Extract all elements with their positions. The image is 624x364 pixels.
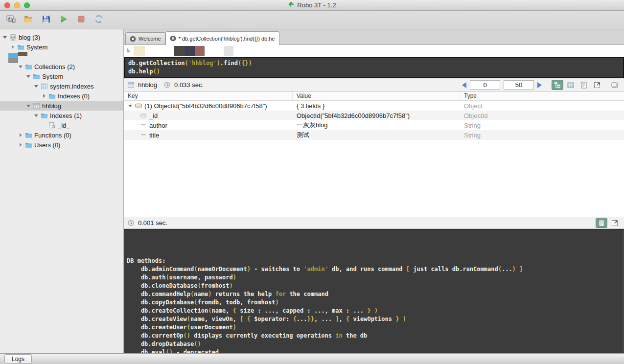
collapse-arrow-icon[interactable] [34, 114, 39, 117]
execute-query-button[interactable] [58, 15, 69, 25]
console-line: DB methods: [127, 257, 624, 265]
collapse-arrow-icon[interactable] [26, 75, 31, 78]
close-tab-icon[interactable] [170, 35, 176, 42]
tree-item-functions-0[interactable]: Functions (0) [0, 130, 123, 140]
console-line: db.createUser(userDocument) [127, 323, 624, 332]
collection-icon [41, 83, 48, 90]
value-cell: 一灰灰blog [293, 121, 460, 130]
tree-item-label: hhblog [42, 102, 61, 110]
tree-item-indexes-1[interactable]: Indexes (1) [0, 111, 123, 120]
expand-arrow-icon[interactable] [42, 94, 46, 98]
render-artifact [127, 48, 131, 52]
window-title: Robo 3T - 1.2 [288, 1, 336, 9]
tree-item-id[interactable]: _id_ [0, 120, 123, 130]
clock-icon [127, 219, 135, 227]
query-time-2: 0.001 sec. [138, 219, 167, 227]
text-view-icon [598, 219, 605, 227]
save-icon [41, 14, 51, 25]
tree-item-label: Collections (2) [34, 63, 75, 70]
tree-item-system-indexes[interactable]: system.indexes [0, 81, 123, 91]
workspace: Welcome* db.getCollection('hhblog').find… [124, 29, 624, 353]
toggle-orientation-button[interactable] [93, 15, 104, 25]
expand-arrow-icon[interactable] [10, 45, 15, 49]
tree-item-blog-3[interactable]: blog (3) [0, 32, 123, 42]
page-size-input[interactable] [504, 80, 534, 90]
result-toolbar: hhblog 0.033 sec. [124, 78, 624, 92]
query-editor[interactable]: db.getCollection('hhblog').find({})db.he… [124, 57, 624, 78]
open-file-button[interactable] [23, 15, 34, 25]
console-line: db.createView(name, viewOn, [ { $operato… [127, 315, 624, 323]
status-bar: Logs [0, 353, 624, 364]
grid-body: {..}(1) ObjectId("5bf4b32d6c00d8906b7c7f… [124, 101, 624, 140]
close-window-button[interactable] [4, 2, 10, 8]
grid-row-author[interactable]: ""author一灰灰blogString [124, 120, 624, 130]
key-cell: _id [124, 112, 293, 119]
tree-item-label: System [42, 73, 63, 80]
tab-welcome[interactable]: Welcome [125, 32, 165, 45]
table-view-icon [567, 81, 575, 89]
result-grid: KeyValueType {..}(1) ObjectId("5bf4b32d6… [124, 92, 624, 217]
tree-item-indexes-0[interactable]: Indexes (0) [0, 91, 123, 101]
tree-item-label: System [26, 44, 47, 51]
expand-arrow-icon[interactable] [18, 133, 23, 137]
manage-connections-button[interactable] [5, 15, 16, 25]
tree-item-collections-2[interactable]: Collections (2) [0, 62, 123, 71]
expand-mode-button[interactable] [591, 80, 603, 90]
grid-column-header-type[interactable]: Type [460, 92, 624, 100]
index-icon [48, 122, 56, 129]
tree-item-hhblog[interactable]: hhblog [0, 101, 123, 111]
render-artifact [18, 52, 27, 56]
tree-item-label: Indexes (1) [50, 112, 82, 119]
tree-item-system[interactable]: System [0, 71, 123, 81]
page-back-button[interactable] [462, 82, 466, 88]
folder-icon [48, 92, 56, 100]
key-cell: ""title [124, 132, 293, 139]
server-icon [9, 34, 17, 41]
console-line: db.auth(username, password) [127, 273, 624, 282]
tree-item-system[interactable]: System [0, 42, 123, 52]
folder-icon [33, 73, 40, 80]
logs-button[interactable]: Logs [4, 354, 32, 364]
robomongo-clover-icon [288, 1, 295, 9]
traffic-lights [4, 2, 30, 8]
save-file-button[interactable] [41, 15, 51, 25]
shell-output[interactable]: DB methods: db.adminCommand(nameOrDocume… [124, 229, 624, 353]
collapse-arrow-icon[interactable] [26, 105, 31, 107]
svg-text:"": "" [141, 123, 145, 128]
tab-db-getcollection-hhblog-find-d[interactable]: * db.getCollection('hhblog').find({}) db… [165, 31, 279, 45]
minimize-window-button[interactable] [14, 2, 20, 8]
tree-view-icon [554, 81, 561, 89]
maximize-icon [611, 219, 619, 227]
custom-mode-button[interactable] [609, 80, 621, 90]
expand-arrow-icon[interactable] [18, 143, 23, 147]
key-text: title [149, 132, 159, 139]
expand-mode-button[interactable] [609, 218, 621, 228]
render-artifact [185, 46, 195, 56]
page-forward-button[interactable] [537, 82, 542, 88]
tree-mode-button[interactable] [552, 80, 563, 90]
grid-row-id[interactable]: _idObjectId("5bf4b32d6c00d8906b7c7f58")O… [124, 111, 624, 120]
folder-icon [17, 44, 24, 51]
text-mode-button[interactable] [578, 80, 590, 90]
collapse-arrow-icon[interactable] [34, 85, 39, 88]
text-mode-button[interactable] [596, 218, 607, 228]
console-scrollbar[interactable] [622, 229, 624, 353]
collapse-arrow-icon[interactable] [18, 66, 23, 68]
grid-column-header-value[interactable]: Value [293, 92, 460, 100]
connections-icon [6, 14, 16, 25]
collapse-arrow-icon[interactable] [2, 36, 7, 39]
console-line: db.dropDatabase() [127, 340, 624, 348]
page-from-input[interactable] [470, 80, 500, 90]
console-line: db.createCollection(name, { size : ..., … [127, 307, 624, 315]
zoom-window-button[interactable] [24, 2, 30, 8]
grid-row-title[interactable]: ""title测试String [124, 130, 624, 140]
grid-column-header-key[interactable]: Key [124, 92, 293, 100]
close-tab-icon[interactable] [130, 36, 136, 42]
type-cell: Object [460, 102, 624, 110]
table-mode-button[interactable] [565, 80, 577, 90]
stop-query-button[interactable] [76, 15, 87, 25]
collapse-arrow-icon[interactable] [128, 105, 133, 107]
type-cell: String [460, 132, 624, 139]
tree-item-users-0[interactable]: Users (0) [0, 140, 123, 150]
grid-row-1-objectid-5bf4b32d6c00d[interactable]: {..}(1) ObjectId("5bf4b32d6c00d8906b7c7f… [124, 101, 624, 111]
